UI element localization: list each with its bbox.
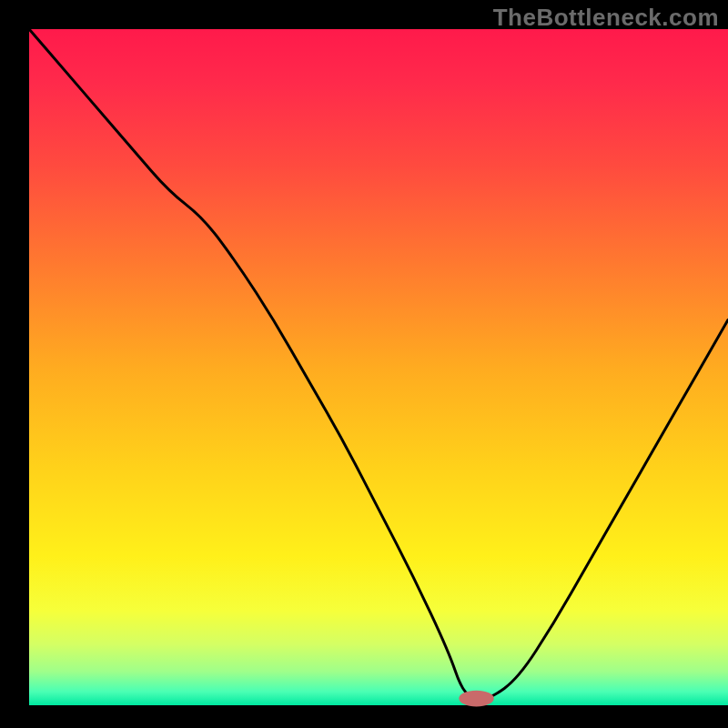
watermark-text: TheBottleneck.com [493, 4, 719, 32]
bottleneck-chart: TheBottleneck.com [0, 0, 728, 728]
optimum-marker [459, 691, 493, 707]
gradient-background [29, 29, 728, 705]
chart-svg [0, 0, 728, 728]
